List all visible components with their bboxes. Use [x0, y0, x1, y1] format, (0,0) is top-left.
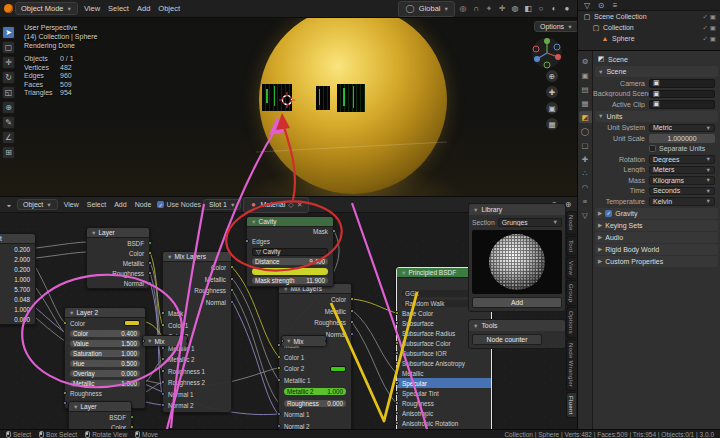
- shading-material-icon[interactable]: ◐: [548, 3, 560, 15]
- value-slider[interactable]: Mask strength11.900: [252, 277, 328, 284]
- checkbox-icon[interactable]: ✓: [605, 210, 612, 217]
- node-layer-2[interactable]: ▼Layer 2ColorColor0.400Value1.500Saturat…: [64, 307, 146, 409]
- input-socket[interactable]: [282, 339, 284, 343]
- node-header[interactable]: ▼Mix Layers: [163, 252, 231, 262]
- active-clip-field[interactable]: ▣: [649, 100, 715, 109]
- gizmo-toggle-icon[interactable]: ✛: [496, 3, 508, 15]
- move-icon[interactable]: ✛: [2, 56, 15, 69]
- transform-pivot-icon[interactable]: ⌖: [483, 3, 495, 15]
- node-header[interactable]: ▼Cavity: [247, 217, 333, 227]
- node-header[interactable]: ▼Layer: [69, 402, 131, 412]
- input-socket[interactable]: [395, 321, 399, 325]
- input-socket[interactable]: [277, 378, 281, 382]
- section-header-rigid-body-world[interactable]: ▶Rigid Body World: [595, 244, 718, 255]
- shader-mode-dropdown[interactable]: Object▼: [17, 199, 58, 210]
- render-visibility-icon[interactable]: ▣: [710, 24, 716, 32]
- input-socket[interactable]: [161, 369, 165, 373]
- sidebar-tab-group[interactable]: Group: [566, 280, 576, 306]
- transform-icon[interactable]: ⊕: [2, 101, 15, 114]
- checkbox-icon[interactable]: ✓: [702, 35, 707, 43]
- shader-menu-add[interactable]: Add: [110, 200, 130, 209]
- output-socket[interactable]: [332, 229, 336, 233]
- collapse-icon[interactable]: ▼: [251, 219, 256, 225]
- input-socket[interactable]: [395, 391, 399, 395]
- sidebar-tab-fluent[interactable]: Fluent: [566, 392, 576, 418]
- section-header-scene[interactable]: ▼Scene: [595, 66, 718, 77]
- node-mix-1[interactable]: ▼Mix: [142, 335, 188, 346]
- orientation-dropdown[interactable]: ◯Global▼: [398, 1, 455, 17]
- section-header-units[interactable]: ▼Units: [595, 111, 718, 122]
- zoom-icon[interactable]: ⊕: [546, 70, 558, 82]
- 3d-viewport[interactable]: User Perspective(14) Collection | Sphere…: [0, 18, 577, 196]
- properties-tab-modifier-icon[interactable]: ✚: [579, 153, 592, 165]
- input-socket[interactable]: [161, 380, 165, 384]
- select-box-icon[interactable]: ▢: [2, 41, 15, 54]
- add-cube-icon[interactable]: ⊞: [2, 146, 15, 159]
- material-name-field[interactable]: ●Material◇✕: [243, 197, 308, 213]
- node-layer-1[interactable]: ▼LayerBSDFColorMetallicRoughnessNormal: [86, 227, 150, 289]
- properties-tab-viewlayer-icon[interactable]: ▦: [579, 97, 592, 109]
- output-socket[interactable]: [230, 265, 234, 269]
- properties-tab-data-icon[interactable]: ▽: [579, 209, 592, 221]
- length-field[interactable]: Meters▼: [649, 166, 715, 175]
- shading-rendered-icon[interactable]: ●: [561, 3, 573, 15]
- input-socket[interactable]: [161, 323, 165, 327]
- output-socket[interactable]: [186, 339, 188, 343]
- output-socket[interactable]: [350, 320, 354, 324]
- value-slider[interactable]: Overlay0.000: [70, 370, 140, 377]
- snap-magnet-icon[interactable]: ∩: [470, 3, 482, 15]
- sidebar-tab-options[interactable]: Options: [566, 307, 576, 338]
- grunge-preview[interactable]: [472, 230, 562, 294]
- input-socket[interactable]: [395, 401, 399, 405]
- output-socket[interactable]: [148, 261, 152, 265]
- input-socket[interactable]: [161, 346, 165, 350]
- value-slider[interactable]: Saturation1.000: [70, 350, 140, 357]
- section-dropdown[interactable]: Grunges▼: [498, 218, 562, 227]
- collapse-icon[interactable]: ▼: [91, 230, 96, 236]
- output-socket[interactable]: [230, 300, 234, 304]
- node-mix-2[interactable]: ▼Mix: [281, 335, 327, 346]
- properties-tab-tool-icon[interactable]: ⚙: [579, 55, 592, 67]
- properties-tab-object-icon[interactable]: ▢: [579, 139, 592, 151]
- output-socket[interactable]: [350, 297, 354, 301]
- input-socket[interactable]: [395, 371, 399, 375]
- output-socket[interactable]: [325, 339, 327, 343]
- outliner-item-scene-collection[interactable]: ▢Scene Collection✓▣: [578, 11, 720, 22]
- value-slider[interactable]: Color0.400: [70, 330, 140, 337]
- node-header[interactable]: ▼Layer: [87, 228, 149, 238]
- input-socket[interactable]: [161, 392, 165, 396]
- node-header[interactable]: ▼Layer 2: [65, 308, 145, 318]
- input-socket[interactable]: [63, 401, 67, 405]
- use-nodes-checkbox[interactable]: ✓: [157, 201, 164, 208]
- input-socket[interactable]: [161, 357, 165, 361]
- value-slider[interactable]: Value1.500: [70, 340, 140, 347]
- output-socket[interactable]: [350, 332, 354, 336]
- close-icon[interactable]: ✕: [297, 201, 303, 209]
- measure-icon[interactable]: ∠: [2, 131, 15, 144]
- collapse-icon[interactable]: ▼: [167, 254, 172, 260]
- scale-icon[interactable]: ◱: [2, 86, 15, 99]
- camera-field[interactable]: ▣: [649, 79, 715, 88]
- pan-icon[interactable]: ✚: [546, 86, 558, 98]
- xray-icon[interactable]: ◧: [522, 3, 534, 15]
- filter-icon[interactable]: ▽: [581, 0, 593, 11]
- sidebar-tab-node-wrangler[interactable]: Node Wrangler: [566, 339, 576, 391]
- input-socket[interactable]: [395, 311, 399, 315]
- output-socket[interactable]: [148, 271, 152, 275]
- overlays-icon[interactable]: ◍: [509, 3, 521, 15]
- input-socket[interactable]: [63, 321, 67, 325]
- options-button[interactable]: Options▼: [534, 21, 577, 32]
- properties-tab-output-icon[interactable]: ▤: [579, 83, 592, 95]
- output-socket[interactable]: [148, 241, 152, 245]
- menu-object[interactable]: Object: [154, 3, 184, 14]
- collapse-icon[interactable]: ▼: [69, 310, 74, 316]
- checkbox-icon[interactable]: ✓: [702, 13, 707, 21]
- collapse-icon[interactable]: ▼: [286, 338, 291, 344]
- menu-view[interactable]: View: [80, 3, 104, 14]
- add-button[interactable]: Add: [472, 297, 562, 308]
- camera-view-icon[interactable]: ▣: [546, 102, 558, 114]
- rotation-field[interactable]: Degrees▼: [649, 155, 715, 164]
- output-socket[interactable]: [130, 425, 134, 429]
- value-slider[interactable]: Metallic1.000: [70, 380, 140, 387]
- mass-field[interactable]: Kilograms▼: [649, 176, 715, 185]
